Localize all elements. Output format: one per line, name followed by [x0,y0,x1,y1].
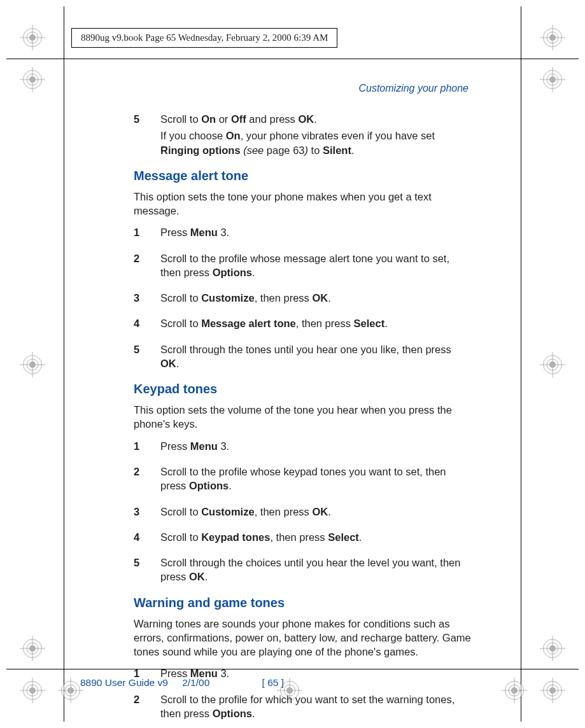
reg-mark-icon [23,70,42,89]
book-info-text: 8890ug v9.book Page 65 Wednesday, Februa… [81,32,328,43]
step-number: 2 [134,251,160,283]
page-content: Customizing your phone 5 Scroll to On or… [134,83,471,728]
step-item: 1 Press Menu 3. [134,225,471,242]
section-intro: This option sets the volume of the tone … [134,403,471,431]
footer-date: 2/1/00 [182,677,209,688]
step-number: 2 [134,692,160,724]
footer-page: [ 65 ] [262,677,284,688]
step-item: 5 Scroll through the tones until you hea… [134,342,471,374]
step-item: 4 Scroll to Message alert tone, then pre… [134,316,471,333]
step-body: Scroll to On or Off and press OK. If you… [160,112,471,160]
book-header: 8890ug v9.book Page 65 Wednesday, Februa… [71,28,337,48]
step-item: 4 Scroll to Keypad tones, then press Sel… [134,530,471,547]
step-number: 5 [134,556,160,587]
reg-mark-icon [23,681,42,700]
step-number: 2 [134,465,160,496]
step-number: 1 [134,225,160,242]
reg-mark-icon [543,355,562,374]
running-head: Customizing your phone [134,83,469,94]
footer-doc: 8890 User Guide v9 [80,677,168,688]
step-item: 3 Scroll to Customize, then press OK. [134,505,471,521]
step-item: 2 Scroll to the profile whose keypad ton… [134,465,471,496]
reg-mark-icon [505,681,524,700]
section-intro: Warning tones are sounds your phone make… [134,617,471,659]
step-item: 5 Scroll through the choices until you h… [134,556,471,587]
step-number: 5 [134,112,160,160]
step-number: 4 [134,316,160,333]
page-footer: 8890 User Guide v9 2/1/00 [ 65 ] [80,677,295,689]
step-number: 5 [134,342,160,374]
step-item: 1 Press Menu 3. [134,439,471,456]
step-number: 4 [134,530,160,547]
step-number: 1 [134,439,160,456]
heading-warning-game-tones: Warning and game tones [134,596,471,610]
step-number: 3 [134,505,160,521]
section-intro: This option sets the tone your phone mak… [134,190,471,218]
heading-message-alert: Message alert tone [134,169,471,183]
step-item: 3 Scroll to Customize, then press OK. [134,291,471,307]
reg-mark-icon [543,681,562,700]
step-number: 3 [134,291,160,307]
reg-mark-icon [61,681,80,700]
reg-mark-icon [543,639,562,658]
reg-mark-icon [23,28,42,47]
step-item: 5 Scroll to On or Off and press OK. If y… [134,112,471,160]
step-item: 2 Scroll to the profile for which you wa… [134,692,471,724]
reg-mark-icon [543,28,562,47]
reg-mark-icon [23,639,42,658]
reg-mark-icon [23,355,42,374]
reg-mark-icon [543,70,562,89]
heading-keypad-tones: Keypad tones [134,382,471,396]
step-item: 2 Scroll to the profile whose message al… [134,251,471,283]
